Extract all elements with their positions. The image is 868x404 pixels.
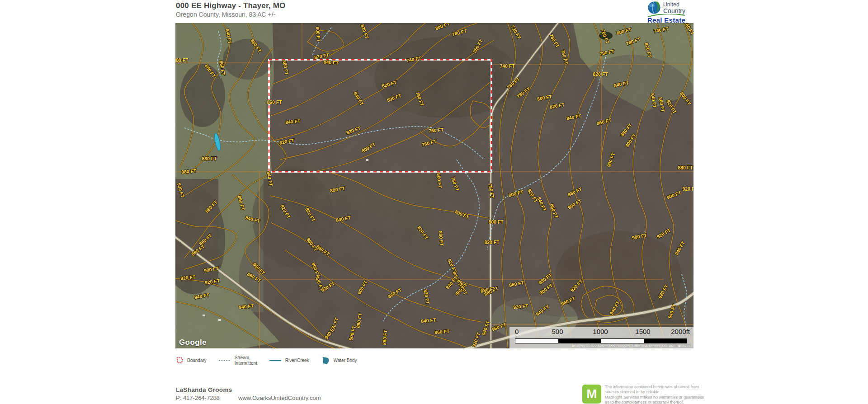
legend-label: River/Creek	[285, 358, 309, 363]
page-title: 000 EE Highway - Thayer, MO	[176, 1, 286, 10]
scale-tick-1500: 1500	[635, 328, 650, 335]
scale-bar-segments	[515, 338, 687, 343]
agent-name: LaShanda Grooms	[176, 386, 232, 393]
legend-item-boundary: Boundary	[176, 357, 207, 364]
disclaimer-line: as to the completeness or accuracy there…	[605, 400, 704, 404]
legend-label: Water Body	[334, 358, 357, 363]
map-attribution: Imagery ©2022 Maxar Technologies, State …	[572, 344, 692, 348]
disclaimer-block: M The information contained herein was o…	[582, 385, 704, 404]
water-body-icon	[321, 357, 330, 365]
scale-segment	[558, 339, 601, 343]
scale-bar: 0 500 1000 1500 2000ft Imagery ©2022 Max…	[509, 327, 693, 348]
contour-label: 740 FT	[500, 63, 515, 69]
disclaimer-text: The information contained herein was obt…	[605, 385, 704, 404]
scale-segment	[601, 339, 644, 343]
disclaimer-line: MapRight Services makes no warranties or…	[605, 395, 704, 400]
legend: Boundary Stream, Intermittent River/Cree…	[176, 355, 357, 366]
scale-segment	[515, 339, 558, 343]
contour-label: 800 FT	[488, 219, 504, 225]
scale-tick-2000: 2000ft	[671, 328, 690, 335]
stream-icon	[218, 359, 231, 362]
contour-label: 880 FT	[678, 165, 693, 170]
river-icon	[269, 359, 282, 362]
contour-label: 860 FT	[202, 156, 217, 161]
legend-item-river: River/Creek	[269, 358, 309, 363]
page-subtitle: Oregon County, Missouri, 83 AC +/-	[176, 11, 275, 18]
legend-label: Stream, Intermittent	[235, 355, 257, 366]
boundary-icon	[176, 357, 184, 364]
globe-icon	[647, 0, 662, 15]
mapright-logo: M	[582, 385, 601, 404]
legend-item-stream: Stream, Intermittent	[218, 355, 257, 366]
disclaimer-line: sources deemed to be reliable.	[605, 390, 704, 395]
legend-item-waterbody: Water Body	[321, 357, 357, 365]
logo-united-text: United	[663, 2, 685, 7]
disclaimer-line: The information contained herein was obt…	[605, 385, 704, 390]
scale-segment	[644, 339, 687, 343]
logo-country-text: Country	[663, 8, 685, 14]
page: 000 EE Highway - Thayer, MO Oregon Count…	[0, 0, 868, 404]
legend-label: Boundary	[187, 358, 207, 363]
google-logo[interactable]: Google	[179, 338, 207, 347]
map-svg: 840 FT860 FT860 FT880 FT880 FT860 FT880 …	[175, 23, 693, 348]
contour-label: 860 FT	[267, 99, 282, 105]
scale-tick-0: 0	[515, 328, 519, 335]
scale-tick-500: 500	[552, 328, 563, 335]
scale-tick-1000: 1000	[593, 328, 608, 335]
map-canvas[interactable]: 840 FT860 FT860 FT880 FT880 FT860 FT880 …	[175, 23, 693, 348]
contour-label: 820 FT	[593, 71, 608, 77]
agent-website: www.OzarksUnitedCountry.com	[238, 395, 321, 401]
agent-phone: P: 417-264-7288	[176, 395, 220, 401]
contour-label: 880 FT	[175, 57, 189, 63]
united-country-logo: United Country Real Estate	[640, 0, 693, 24]
contour-label: 820 FT	[484, 240, 500, 245]
contour-label: 920 FT	[682, 186, 693, 192]
